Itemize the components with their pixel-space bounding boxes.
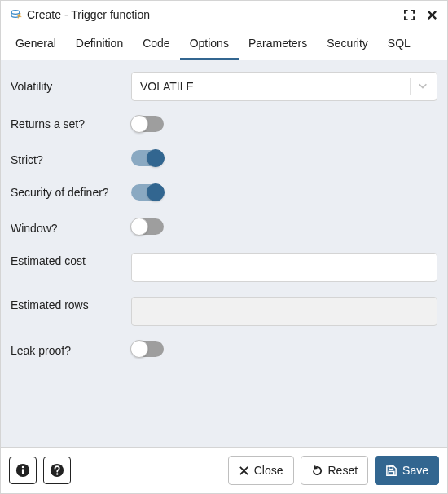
row-returns-set: Returns a set? (11, 116, 437, 135)
row-volatility: Volatility VOLATILE (11, 72, 437, 101)
maximize-icon[interactable] (402, 7, 416, 22)
tab-definition[interactable]: Definition (66, 29, 133, 60)
tab-security[interactable]: Security (317, 29, 378, 60)
row-strict: Strict? (11, 150, 437, 170)
row-security-definer: Security of definer? (11, 184, 437, 204)
tab-bar: General Definition Code Options Paramete… (1, 29, 447, 60)
estimated-rows-input[interactable] (131, 297, 437, 326)
strict-toggle[interactable] (131, 150, 164, 166)
tab-code[interactable]: Code (133, 29, 179, 60)
tab-general[interactable]: General (6, 29, 66, 60)
form-body: Volatility VOLATILE Returns a set? (1, 60, 447, 447)
row-est-rows: Estimated rows (11, 297, 437, 326)
save-label: Save (402, 464, 428, 477)
volatility-value: VOLATILE (140, 80, 194, 93)
row-est-cost: Estimated cost (11, 253, 437, 282)
tab-options[interactable]: Options (180, 29, 239, 60)
label-security-definer: Security of definer? (11, 184, 131, 201)
svg-rect-7 (389, 471, 394, 475)
select-separator (410, 78, 411, 95)
label-window: Window? (11, 220, 131, 236)
close-label: Close (254, 464, 283, 477)
label-leak-proof: Leak proof? (11, 342, 131, 359)
svg-point-5 (56, 473, 58, 474)
label-volatility: Volatility (11, 78, 131, 95)
chevron-down-icon (417, 80, 428, 94)
window-toggle[interactable] (131, 218, 164, 235)
label-strict: Strict? (11, 152, 131, 168)
dialog: Create - Trigger function General Defini… (0, 0, 448, 494)
save-icon (385, 465, 397, 477)
svg-point-2 (22, 466, 24, 469)
returns-set-toggle[interactable] (131, 116, 164, 132)
reset-label: Reset (328, 464, 358, 477)
save-button[interactable]: Save (375, 456, 439, 485)
tab-sql[interactable]: SQL (378, 29, 420, 60)
label-returns-set: Returns a set? (11, 116, 131, 132)
svg-rect-6 (389, 465, 393, 469)
row-window: Window? (11, 218, 437, 238)
svg-rect-3 (22, 469, 24, 474)
trigger-function-icon (9, 8, 22, 21)
reset-button[interactable]: Reset (301, 456, 369, 485)
row-leak-proof: Leak proof? (11, 341, 437, 360)
label-est-cost: Estimated cost (11, 253, 131, 269)
close-button[interactable]: Close (228, 456, 294, 485)
label-est-rows: Estimated rows (11, 297, 131, 313)
security-definer-toggle[interactable] (131, 184, 164, 201)
info-button[interactable] (9, 457, 37, 484)
x-icon (239, 465, 249, 476)
help-button[interactable] (43, 457, 71, 484)
close-icon[interactable] (424, 7, 439, 22)
dialog-title: Create - Trigger function (27, 8, 150, 21)
footer: Close Reset Save (1, 447, 447, 493)
volatility-select[interactable]: VOLATILE (131, 72, 437, 101)
titlebar: Create - Trigger function (1, 1, 447, 29)
leak-proof-toggle[interactable] (131, 341, 164, 357)
tab-parameters[interactable]: Parameters (239, 29, 317, 60)
svg-point-0 (11, 11, 20, 15)
reset-icon (311, 465, 323, 477)
estimated-cost-input[interactable] (131, 253, 437, 282)
